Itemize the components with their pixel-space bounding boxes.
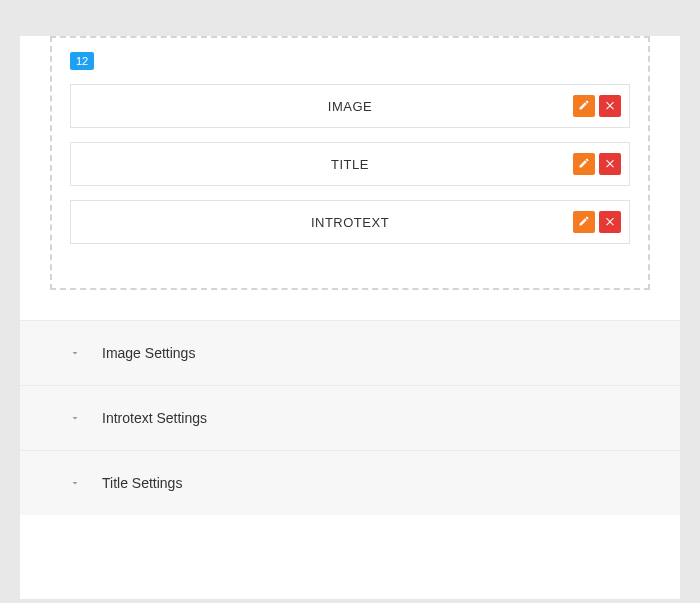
block-actions [573,211,621,233]
pencil-icon [578,214,590,230]
edit-button[interactable] [573,153,595,175]
close-icon [604,156,616,172]
chevron-down-icon [68,346,82,360]
close-icon [604,214,616,230]
layout-droparea[interactable]: 12 IMAGE TI [50,36,650,290]
close-icon [604,98,616,114]
delete-button[interactable] [599,211,621,233]
block-title[interactable]: TITLE [70,142,630,186]
chevron-down-icon [68,476,82,490]
pencil-icon [578,98,590,114]
column-width-badge: 12 [70,52,94,70]
settings-panel-title[interactable]: Title Settings [20,450,680,515]
block-label: INTROTEXT [71,215,629,230]
block-label: TITLE [71,157,629,172]
delete-button[interactable] [599,95,621,117]
block-actions [573,153,621,175]
settings-panel-label: Title Settings [102,475,182,491]
settings-panel-label: Introtext Settings [102,410,207,426]
chevron-down-icon [68,411,82,425]
block-list: IMAGE TITLE [70,84,630,244]
delete-button[interactable] [599,153,621,175]
block-actions [573,95,621,117]
block-label: IMAGE [71,99,629,114]
edit-button[interactable] [573,95,595,117]
settings-panel-label: Image Settings [102,345,195,361]
block-image[interactable]: IMAGE [70,84,630,128]
pencil-icon [578,156,590,172]
block-introtext[interactable]: INTROTEXT [70,200,630,244]
settings-panel-image[interactable]: Image Settings [20,320,680,386]
settings-accordion: Image Settings Introtext Settings Title … [20,320,680,515]
layout-editor-panel: 12 IMAGE TI [20,36,680,599]
edit-button[interactable] [573,211,595,233]
settings-panel-introtext[interactable]: Introtext Settings [20,385,680,451]
